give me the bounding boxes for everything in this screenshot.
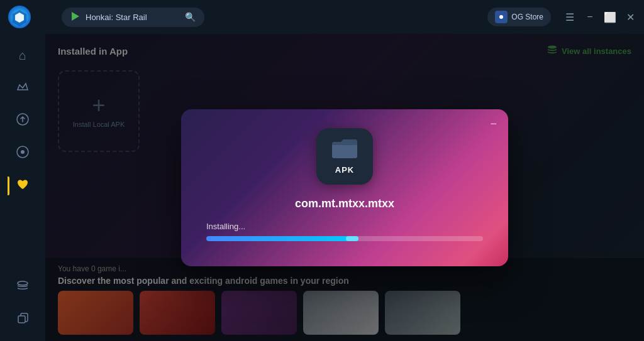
layers-icon [16,279,30,296]
installing-label: Installing... [206,222,483,231]
copy-icon [16,311,30,328]
og-store-button[interactable]: OG Store [487,8,551,26]
minimize-button[interactable]: − [584,11,596,23]
upload-icon [16,112,30,129]
sidebar-item-copy[interactable] [8,305,38,335]
sidebar-item-favorites[interactable] [8,171,38,201]
search-icon[interactable]: 🔍 [185,12,196,22]
og-store-label: OG Store [511,13,543,21]
sidebar-item-multi[interactable] [8,138,38,168]
window-controls: ☰ − ⬜ ✕ [564,11,636,23]
content-area: Installed in App View all instances + In… [45,34,644,341]
sidebar-item-instances[interactable] [8,272,38,302]
sidebar: ⌂ [0,34,45,341]
progress-bar-background [206,236,483,241]
sidebar-item-install[interactable] [8,106,38,136]
apk-folder-icon [331,138,358,163]
close-button[interactable]: ✕ [624,11,636,23]
install-modal: − APK com.mt.mtxx.mtxx Installing... [181,109,508,266]
crown-icon [16,80,30,97]
titlebar: 🔍 OG Store ☰ − ⬜ ✕ [0,0,644,34]
logo-area [8,5,53,29]
apk-icon: APK [316,128,373,185]
svg-marker-3 [72,12,79,21]
apk-icon-wrap: APK [206,128,483,185]
apk-label: APK [335,165,354,175]
active-indicator [8,176,9,195]
svg-point-5 [499,15,503,19]
progress-bar-fill [206,236,358,241]
maximize-button[interactable]: ⬜ [604,11,616,23]
home-icon: ⌂ [19,48,26,63]
heart-icon [16,178,30,195]
bluestacks-logo [8,5,31,29]
menu-button[interactable]: ☰ [564,11,576,23]
sidebar-item-home[interactable]: ⌂ [8,40,38,70]
search-bar[interactable]: 🔍 [62,8,204,27]
play-store-icon [70,11,80,23]
og-store-icon [495,11,508,23]
multi-icon [16,145,30,162]
package-name: com.mt.mtxx.mtxx [206,197,483,210]
main-layout: ⌂ [0,34,644,341]
svg-rect-10 [18,316,25,323]
search-input[interactable] [86,13,180,22]
svg-point-9 [18,281,28,285]
svg-point-8 [21,150,25,154]
modal-close-button[interactable]: − [490,118,497,129]
sidebar-item-my-games[interactable] [8,73,38,103]
modal-overlay: − APK com.mt.mtxx.mtxx Installing... [45,34,644,341]
